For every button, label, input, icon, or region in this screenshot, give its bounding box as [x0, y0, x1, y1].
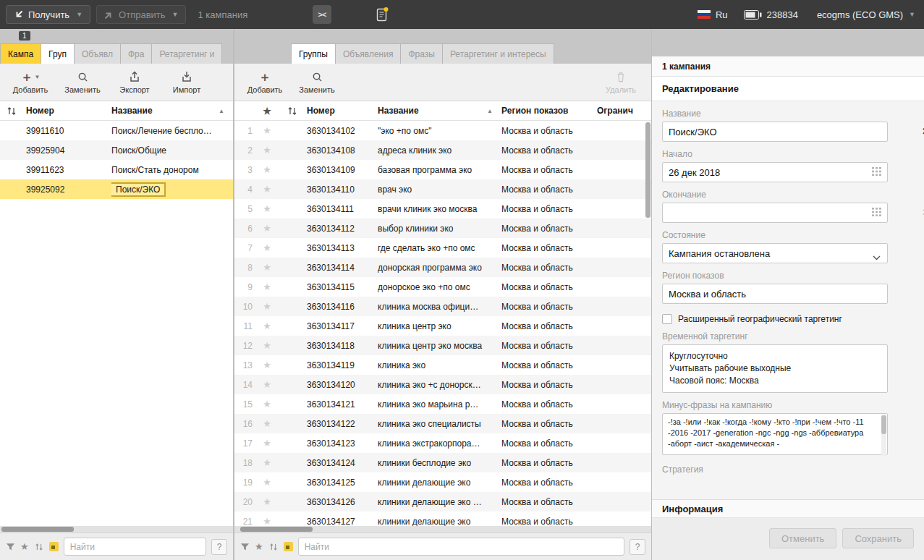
replace-campaign-button[interactable]: Заменить: [56, 71, 109, 94]
campaigns-tab-0[interactable]: Кампа: [0, 43, 41, 64]
sort-filter-icon[interactable]: [268, 543, 279, 551]
campaigns-tab-2[interactable]: Объявл: [75, 43, 121, 64]
campaign-state-select[interactable]: Кампания остановлена: [662, 243, 888, 263]
time-targeting-box[interactable]: КруглосуточноУчитывать рабочие выходныеЧ…: [662, 344, 888, 393]
campaign-name-input[interactable]: [662, 122, 888, 142]
star-icon[interactable]: ★: [256, 203, 278, 214]
column-header-name[interactable]: Название ▲: [111, 106, 233, 116]
groups-hscrollbar[interactable]: [234, 526, 651, 533]
get-button[interactable]: Получить ▼: [6, 5, 90, 24]
notebook-icon[interactable]: [376, 7, 389, 25]
add-group-button[interactable]: ＋ Добавить: [239, 71, 291, 94]
star-icon[interactable]: ★: [256, 125, 278, 136]
star-icon[interactable]: ★: [256, 223, 278, 234]
campaign-row[interactable]: 39911623Поиск/Стать донором: [0, 160, 233, 179]
star-icon[interactable]: ★: [256, 360, 278, 370]
column-header-star-icon[interactable]: ★: [256, 106, 278, 116]
hscroll-thumb[interactable]: [1, 527, 74, 532]
campaigns-tab-1[interactable]: Груп: [41, 43, 75, 64]
star-icon[interactable]: ★: [256, 340, 278, 351]
save-button[interactable]: Сохранить: [842, 528, 914, 548]
send-button[interactable]: Отправить ▼: [96, 5, 186, 24]
campaigns-search-input[interactable]: [64, 538, 206, 556]
help-button[interactable]: ?: [211, 539, 227, 555]
star-icon[interactable]: ★: [256, 399, 278, 410]
filter-funnel-icon[interactable]: [240, 543, 250, 551]
textarea-scrollbar[interactable]: [881, 415, 886, 456]
group-row[interactable]: 12★3630134118клиника центр эко москваМос…: [234, 336, 651, 355]
star-icon[interactable]: ★: [256, 379, 278, 390]
star-icon[interactable]: ★: [256, 418, 278, 429]
campaigns-hscrollbar[interactable]: [0, 526, 233, 533]
sort-columns-icon[interactable]: [0, 106, 23, 116]
account-menu[interactable]: ecogms (ECO GMS) ▼: [817, 9, 915, 20]
edit-section-header[interactable]: Редактирование: [652, 77, 924, 101]
star-icon[interactable]: ★: [256, 477, 278, 488]
column-header-region[interactable]: Регион показов: [501, 106, 597, 116]
star-icon[interactable]: ★: [256, 438, 278, 449]
group-row[interactable]: 17★3630134123клиника экстракорпора…Москв…: [234, 433, 651, 453]
group-row[interactable]: 2★3630134108адреса клиник экоМосква и об…: [234, 140, 651, 160]
group-row[interactable]: 19★3630134125клиники делающие экоМосква …: [234, 472, 651, 492]
add-campaign-button[interactable]: ＋▼ Добавить: [4, 71, 56, 94]
star-icon[interactable]: ★: [256, 184, 278, 195]
group-row[interactable]: 21★3630134127клиники делающие экоМосква …: [234, 512, 651, 526]
vscroll-thumb[interactable]: [645, 122, 650, 218]
star-icon[interactable]: ★: [256, 457, 278, 468]
group-row[interactable]: 13★3630134119клиника экоМосква и область: [234, 355, 651, 375]
region-input[interactable]: [662, 284, 888, 304]
group-row[interactable]: 11★3630134117клиника центр экоМосква и о…: [234, 316, 651, 336]
group-row[interactable]: 1★3630134102"эко +по омс"Москва и област…: [234, 121, 651, 140]
end-date-input[interactable]: [662, 203, 888, 223]
star-icon[interactable]: ★: [256, 321, 278, 331]
sort-filter-icon[interactable]: [34, 543, 44, 551]
campaigns-tab-3[interactable]: Фра: [121, 43, 152, 64]
groups-vscrollbar[interactable]: [645, 121, 650, 526]
label-filter-icon[interactable]: [284, 542, 293, 551]
campaign-row[interactable]: 39925092Поиск/ЭКО: [0, 179, 233, 199]
language-label[interactable]: Ru: [716, 9, 728, 20]
star-filter-icon[interactable]: ★: [20, 541, 29, 552]
scroll-thumb[interactable]: [881, 415, 886, 434]
star-icon[interactable]: ★: [256, 262, 278, 273]
group-row[interactable]: 8★3630134114донорская программа экоМоскв…: [234, 258, 651, 277]
filter-funnel-icon[interactable]: [6, 543, 15, 551]
groups-tab-1[interactable]: Объявления: [336, 43, 401, 64]
export-button[interactable]: Экспорт: [109, 71, 161, 94]
star-icon[interactable]: ★: [256, 164, 278, 175]
calendar-icon[interactable]: [872, 208, 881, 219]
group-row[interactable]: 7★3630134113где сделать эко +по омсМоскв…: [234, 238, 651, 258]
start-date-input[interactable]: [662, 162, 888, 182]
group-row[interactable]: 15★3630134121клиника эко марьина р…Москв…: [234, 394, 651, 414]
star-filter-icon[interactable]: ★: [255, 541, 263, 552]
calendar-icon[interactable]: [872, 167, 881, 178]
star-icon[interactable]: ★: [256, 281, 278, 292]
extended-geo-checkbox[interactable]: [662, 314, 672, 324]
group-row[interactable]: 16★3630134122клиника эко специалистыМоск…: [234, 414, 651, 433]
cancel-button[interactable]: Отменить: [769, 528, 836, 548]
groups-tab-2[interactable]: Фразы: [401, 43, 442, 64]
help-button[interactable]: ?: [630, 539, 645, 555]
star-icon[interactable]: ★: [256, 301, 278, 312]
info-section-header[interactable]: Информация: [652, 499, 924, 518]
column-header-limit[interactable]: Огранич: [597, 106, 651, 116]
groups-tab-3[interactable]: Ретаргетинг и интересы: [443, 43, 554, 64]
groups-search-input[interactable]: [298, 538, 624, 556]
star-icon[interactable]: ★: [256, 145, 278, 156]
campaigns-tab-4[interactable]: Ретаргетинг и: [152, 43, 222, 64]
group-row[interactable]: 6★3630134112выбор клиники экоМосква и об…: [234, 219, 651, 238]
campaign-row[interactable]: 39925904Поиск/Общие: [0, 140, 233, 160]
label-filter-icon[interactable]: [49, 542, 59, 551]
group-row[interactable]: 14★3630134120клиника эко +с донорск…Моск…: [234, 375, 651, 394]
column-header-number[interactable]: Номер: [307, 106, 378, 116]
group-row[interactable]: 5★3630134111врачи клиник эко москваМоскв…: [234, 199, 651, 219]
collapse-panels-button[interactable]: ><: [313, 5, 331, 24]
delete-group-button[interactable]: Удалить: [595, 71, 647, 94]
column-header-number[interactable]: Номер: [23, 106, 111, 116]
replace-group-button[interactable]: Заменить: [291, 71, 343, 94]
groups-tab-0[interactable]: Группы: [291, 43, 336, 64]
campaign-row[interactable]: 39911610Поиск/Лечение беспло…: [0, 121, 233, 140]
group-row[interactable]: 4★3630134110врач экоМосква и область: [234, 179, 651, 199]
group-row[interactable]: 18★3630134124клиники бесплодие экоМосква…: [234, 453, 651, 472]
star-icon[interactable]: ★: [256, 496, 278, 507]
